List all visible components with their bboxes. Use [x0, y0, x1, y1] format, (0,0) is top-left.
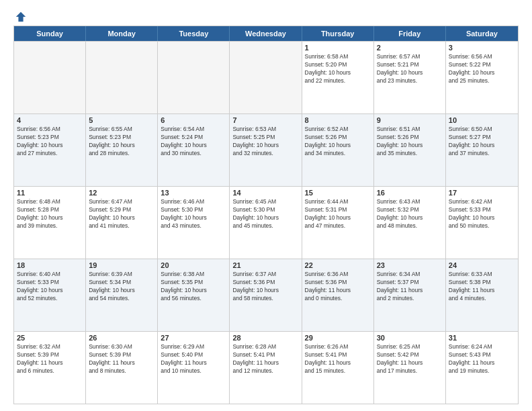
- calendar-cell: 7Sunrise: 6:53 AM Sunset: 5:25 PM Daylig…: [230, 114, 302, 186]
- weekday-header-saturday: Saturday: [446, 26, 518, 41]
- day-number: 1: [305, 44, 371, 52]
- day-number: 30: [377, 334, 443, 342]
- calendar-row-5: 25Sunrise: 6:32 AM Sunset: 5:39 PM Dayli…: [14, 331, 518, 404]
- weekday-header-thursday: Thursday: [302, 26, 374, 41]
- calendar-cell: 18Sunrise: 6:40 AM Sunset: 5:33 PM Dayli…: [14, 259, 86, 331]
- logo: [13, 11, 27, 21]
- calendar-cell: 14Sunrise: 6:45 AM Sunset: 5:30 PM Dayli…: [230, 187, 302, 259]
- day-number: 11: [17, 189, 83, 197]
- day-number: 22: [305, 261, 371, 269]
- calendar-cell: 1Sunrise: 6:58 AM Sunset: 5:20 PM Daylig…: [302, 42, 374, 113]
- calendar-cell: 11Sunrise: 6:48 AM Sunset: 5:28 PM Dayli…: [14, 187, 86, 259]
- calendar-cell: 5Sunrise: 6:55 AM Sunset: 5:23 PM Daylig…: [86, 114, 158, 186]
- cell-details: Sunrise: 6:55 AM Sunset: 5:23 PM Dayligh…: [89, 126, 154, 158]
- day-number: 15: [305, 189, 371, 197]
- cell-details: Sunrise: 6:26 AM Sunset: 5:41 PM Dayligh…: [305, 343, 371, 375]
- day-number: 13: [161, 189, 226, 197]
- calendar-cell: 22Sunrise: 6:36 AM Sunset: 5:36 PM Dayli…: [302, 259, 374, 331]
- cell-details: Sunrise: 6:29 AM Sunset: 5:40 PM Dayligh…: [161, 343, 226, 375]
- day-number: 29: [305, 334, 371, 342]
- cell-details: Sunrise: 6:34 AM Sunset: 5:37 PM Dayligh…: [377, 271, 443, 303]
- cell-details: Sunrise: 6:44 AM Sunset: 5:31 PM Dayligh…: [305, 198, 371, 230]
- calendar-cell: 24Sunrise: 6:33 AM Sunset: 5:38 PM Dayli…: [446, 259, 518, 331]
- calendar-cell: 13Sunrise: 6:46 AM Sunset: 5:30 PM Dayli…: [158, 187, 230, 259]
- svg-marker-0: [16, 12, 26, 21]
- day-number: 16: [377, 189, 443, 197]
- cell-details: Sunrise: 6:38 AM Sunset: 5:35 PM Dayligh…: [161, 271, 226, 303]
- calendar-cell: 12Sunrise: 6:47 AM Sunset: 5:29 PM Dayli…: [86, 187, 158, 259]
- cell-details: Sunrise: 6:42 AM Sunset: 5:33 PM Dayligh…: [449, 198, 515, 230]
- cell-details: Sunrise: 6:50 AM Sunset: 5:27 PM Dayligh…: [449, 126, 515, 158]
- cell-details: Sunrise: 6:28 AM Sunset: 5:41 PM Dayligh…: [232, 343, 298, 375]
- calendar-cell: 20Sunrise: 6:38 AM Sunset: 5:35 PM Dayli…: [158, 259, 230, 331]
- calendar-cell: 15Sunrise: 6:44 AM Sunset: 5:31 PM Dayli…: [302, 187, 374, 259]
- calendar-cell: 25Sunrise: 6:32 AM Sunset: 5:39 PM Dayli…: [14, 332, 86, 404]
- calendar-cell: 19Sunrise: 6:39 AM Sunset: 5:34 PM Dayli…: [86, 259, 158, 331]
- cell-details: Sunrise: 6:56 AM Sunset: 5:23 PM Dayligh…: [17, 126, 83, 158]
- calendar-cell: 17Sunrise: 6:42 AM Sunset: 5:33 PM Dayli…: [446, 187, 518, 259]
- weekday-header-friday: Friday: [374, 26, 446, 41]
- calendar-cell: 4Sunrise: 6:56 AM Sunset: 5:23 PM Daylig…: [14, 114, 86, 186]
- cell-details: Sunrise: 6:43 AM Sunset: 5:32 PM Dayligh…: [377, 198, 443, 230]
- calendar-row-4: 18Sunrise: 6:40 AM Sunset: 5:33 PM Dayli…: [14, 259, 518, 331]
- day-number: 26: [89, 334, 154, 342]
- weekday-header-wednesday: Wednesday: [230, 26, 302, 41]
- calendar-cell: [158, 42, 230, 113]
- day-number: 31: [449, 334, 515, 342]
- day-number: 9: [377, 116, 443, 124]
- calendar-cell: 30Sunrise: 6:25 AM Sunset: 5:42 PM Dayli…: [374, 332, 446, 404]
- calendar-cell: [230, 42, 302, 113]
- calendar-cell: 23Sunrise: 6:34 AM Sunset: 5:37 PM Dayli…: [374, 259, 446, 331]
- day-number: 7: [232, 116, 298, 124]
- calendar-body: 1Sunrise: 6:58 AM Sunset: 5:20 PM Daylig…: [14, 41, 518, 404]
- calendar-row-2: 4Sunrise: 6:56 AM Sunset: 5:23 PM Daylig…: [14, 113, 518, 186]
- cell-details: Sunrise: 6:51 AM Sunset: 5:26 PM Dayligh…: [377, 126, 443, 158]
- day-number: 20: [161, 261, 226, 269]
- cell-details: Sunrise: 6:52 AM Sunset: 5:26 PM Dayligh…: [305, 126, 371, 158]
- calendar-cell: 16Sunrise: 6:43 AM Sunset: 5:32 PM Dayli…: [374, 187, 446, 259]
- cell-details: Sunrise: 6:36 AM Sunset: 5:36 PM Dayligh…: [305, 271, 371, 303]
- cell-details: Sunrise: 6:39 AM Sunset: 5:34 PM Dayligh…: [89, 271, 154, 303]
- day-number: 6: [161, 116, 226, 124]
- day-number: 24: [449, 261, 515, 269]
- day-number: 14: [232, 189, 298, 197]
- cell-details: Sunrise: 6:37 AM Sunset: 5:36 PM Dayligh…: [232, 271, 298, 303]
- calendar-cell: [86, 42, 158, 113]
- day-number: 21: [232, 261, 298, 269]
- weekday-header-sunday: Sunday: [14, 26, 86, 41]
- calendar-cell: 31Sunrise: 6:24 AM Sunset: 5:43 PM Dayli…: [446, 332, 518, 404]
- page: SundayMondayTuesdayWednesdayThursdayFrid…: [0, 0, 532, 411]
- calendar-cell: 2Sunrise: 6:57 AM Sunset: 5:21 PM Daylig…: [374, 42, 446, 113]
- day-number: 28: [232, 334, 298, 342]
- cell-details: Sunrise: 6:53 AM Sunset: 5:25 PM Dayligh…: [232, 126, 298, 158]
- calendar-cell: 9Sunrise: 6:51 AM Sunset: 5:26 PM Daylig…: [374, 114, 446, 186]
- day-number: 25: [17, 334, 83, 342]
- calendar-header: SundayMondayTuesdayWednesdayThursdayFrid…: [14, 26, 518, 41]
- day-number: 5: [89, 116, 154, 124]
- day-number: 2: [377, 44, 443, 52]
- cell-details: Sunrise: 6:32 AM Sunset: 5:39 PM Dayligh…: [17, 343, 83, 375]
- calendar-cell: 28Sunrise: 6:28 AM Sunset: 5:41 PM Dayli…: [230, 332, 302, 404]
- calendar-cell: 29Sunrise: 6:26 AM Sunset: 5:41 PM Dayli…: [302, 332, 374, 404]
- calendar-row-1: 1Sunrise: 6:58 AM Sunset: 5:20 PM Daylig…: [14, 41, 518, 113]
- calendar-cell: 6Sunrise: 6:54 AM Sunset: 5:24 PM Daylig…: [158, 114, 230, 186]
- weekday-header-monday: Monday: [86, 26, 158, 41]
- day-number: 19: [89, 261, 154, 269]
- cell-details: Sunrise: 6:58 AM Sunset: 5:20 PM Dayligh…: [305, 53, 371, 85]
- cell-details: Sunrise: 6:33 AM Sunset: 5:38 PM Dayligh…: [449, 271, 515, 303]
- day-number: 27: [161, 334, 226, 342]
- day-number: 10: [449, 116, 515, 124]
- calendar-cell: 10Sunrise: 6:50 AM Sunset: 5:27 PM Dayli…: [446, 114, 518, 186]
- cell-details: Sunrise: 6:54 AM Sunset: 5:24 PM Dayligh…: [161, 126, 226, 158]
- cell-details: Sunrise: 6:46 AM Sunset: 5:30 PM Dayligh…: [161, 198, 226, 230]
- day-number: 12: [89, 189, 154, 197]
- calendar-cell: 27Sunrise: 6:29 AM Sunset: 5:40 PM Dayli…: [158, 332, 230, 404]
- cell-details: Sunrise: 6:24 AM Sunset: 5:43 PM Dayligh…: [449, 343, 515, 375]
- day-number: 8: [305, 116, 371, 124]
- cell-details: Sunrise: 6:57 AM Sunset: 5:21 PM Dayligh…: [377, 53, 443, 85]
- cell-details: Sunrise: 6:30 AM Sunset: 5:39 PM Dayligh…: [89, 343, 154, 375]
- calendar-cell: 21Sunrise: 6:37 AM Sunset: 5:36 PM Dayli…: [230, 259, 302, 331]
- cell-details: Sunrise: 6:40 AM Sunset: 5:33 PM Dayligh…: [17, 271, 83, 303]
- header: [13, 11, 519, 21]
- day-number: 23: [377, 261, 443, 269]
